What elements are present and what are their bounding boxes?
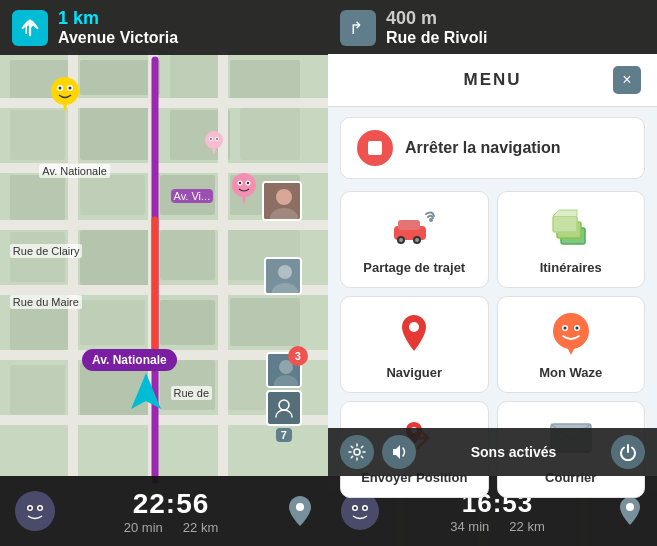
stop-navigation-button[interactable]: Arrêter la navigation bbox=[340, 117, 645, 179]
svg-rect-1 bbox=[10, 60, 70, 100]
eta-time-left: 22:56 bbox=[133, 488, 210, 520]
svg-point-88 bbox=[553, 313, 589, 349]
nav-street-right: Rue de Rivoli bbox=[386, 29, 487, 47]
sons-actives-label: Sons activés bbox=[424, 444, 603, 460]
svg-point-101 bbox=[364, 507, 367, 510]
svg-rect-26 bbox=[0, 163, 328, 173]
menu-status-bar: Sons activés bbox=[328, 428, 657, 476]
stop-square-icon bbox=[368, 141, 382, 155]
svg-rect-12 bbox=[230, 175, 300, 215]
right-panel: ↱ 400 m Rue de Rivoli MENU × Arrêter la … bbox=[328, 0, 657, 546]
svg-rect-8 bbox=[240, 108, 300, 160]
menu-item-partage[interactable]: Partage de trajet bbox=[340, 191, 489, 288]
svg-rect-16 bbox=[225, 230, 300, 280]
svg-marker-93 bbox=[567, 347, 575, 355]
svg-point-96 bbox=[354, 449, 360, 455]
svg-point-68 bbox=[39, 507, 42, 510]
svg-rect-4 bbox=[230, 60, 300, 100]
nav-distance-right: 400 m bbox=[386, 8, 487, 29]
menu-item-label-itineraires: Itinéraires bbox=[540, 260, 602, 275]
nav-street-left: Avenue Victoria bbox=[58, 29, 178, 47]
svg-point-69 bbox=[296, 503, 304, 511]
svg-point-67 bbox=[29, 507, 32, 510]
svg-rect-14 bbox=[80, 230, 150, 285]
svg-rect-9 bbox=[10, 175, 65, 220]
map-nav-icon bbox=[390, 309, 438, 357]
stop-nav-label: Arrêter la navigation bbox=[405, 139, 561, 157]
svg-text:↱: ↱ bbox=[22, 18, 36, 36]
eta-distance-left: 22 km bbox=[183, 520, 218, 535]
eta-duration-right: 34 min bbox=[450, 519, 489, 534]
svg-point-83 bbox=[429, 218, 433, 222]
svg-point-80 bbox=[399, 238, 403, 242]
location-pin-left[interactable] bbox=[280, 491, 320, 531]
svg-rect-29 bbox=[0, 350, 328, 360]
settings-button[interactable] bbox=[340, 435, 374, 469]
nav-arrow-right-icon: ↱ bbox=[340, 10, 376, 46]
svg-rect-25 bbox=[0, 98, 328, 108]
power-button[interactable] bbox=[611, 435, 645, 469]
waze-avatar-left bbox=[10, 486, 60, 536]
eta-details-left: 20 min 22 km bbox=[124, 520, 218, 535]
close-icon: × bbox=[622, 71, 631, 89]
svg-rect-23 bbox=[160, 360, 215, 410]
svg-rect-30 bbox=[0, 415, 328, 425]
svg-rect-27 bbox=[0, 220, 328, 230]
bottom-bar-left: 22:56 20 min 22 km bbox=[0, 476, 328, 546]
eta-section-left: 22:56 20 min 22 km bbox=[70, 488, 272, 535]
map-layers-icon bbox=[547, 204, 595, 252]
menu-item-label-naviguer: Naviguer bbox=[386, 365, 442, 380]
svg-rect-86 bbox=[553, 216, 577, 232]
svg-rect-33 bbox=[218, 50, 228, 480]
sound-button[interactable] bbox=[382, 435, 416, 469]
svg-rect-5 bbox=[10, 110, 65, 160]
svg-rect-21 bbox=[10, 365, 65, 415]
eta-distance-right: 22 km bbox=[509, 519, 544, 534]
nav-bar-right: ↱ 400 m Rue de Rivoli bbox=[328, 0, 657, 55]
eta-duration-left: 20 min bbox=[124, 520, 163, 535]
nav-distance-left: 1 km bbox=[58, 8, 178, 29]
svg-point-91 bbox=[563, 327, 566, 330]
nav-info-left: 1 km Avenue Victoria bbox=[58, 8, 178, 47]
svg-point-64 bbox=[15, 491, 55, 531]
svg-rect-6 bbox=[80, 105, 150, 160]
svg-rect-78 bbox=[398, 220, 420, 230]
svg-rect-31 bbox=[68, 50, 78, 480]
svg-text:↱: ↱ bbox=[349, 19, 363, 38]
waze-logo-icon bbox=[547, 309, 595, 357]
svg-rect-13 bbox=[10, 232, 65, 282]
svg-point-102 bbox=[626, 503, 634, 511]
left-map-panel: ↱ 1 km Avenue Victoria Av. Nationale Rue… bbox=[0, 0, 328, 546]
svg-rect-19 bbox=[160, 300, 215, 345]
car-share-icon bbox=[390, 204, 438, 252]
svg-rect-28 bbox=[0, 285, 328, 295]
svg-rect-20 bbox=[230, 298, 300, 346]
svg-rect-15 bbox=[160, 230, 215, 280]
menu-overlay: MENU × Arrêter la navigation bbox=[328, 54, 657, 476]
svg-point-100 bbox=[354, 507, 357, 510]
svg-rect-17 bbox=[10, 300, 70, 350]
eta-details-right: 34 min 22 km bbox=[450, 519, 544, 534]
menu-title: MENU bbox=[372, 70, 613, 90]
svg-rect-18 bbox=[80, 300, 145, 345]
menu-header: MENU × bbox=[328, 54, 657, 107]
svg-rect-3 bbox=[170, 55, 220, 100]
menu-close-button[interactable]: × bbox=[613, 66, 641, 94]
menu-item-naviguer[interactable]: Naviguer bbox=[340, 296, 489, 393]
menu-item-mon-waze[interactable]: Mon Waze bbox=[497, 296, 646, 393]
svg-rect-10 bbox=[80, 175, 145, 215]
svg-point-87 bbox=[409, 322, 419, 332]
nav-arrow-left-icon: ↱ bbox=[12, 10, 48, 46]
svg-rect-22 bbox=[80, 363, 150, 418]
svg-rect-24 bbox=[228, 360, 300, 410]
nav-bar-left: ↱ 1 km Avenue Victoria bbox=[0, 0, 328, 55]
svg-point-82 bbox=[415, 238, 419, 242]
menu-item-itineraires[interactable]: Itinéraires bbox=[497, 191, 646, 288]
nav-info-right: 400 m Rue de Rivoli bbox=[386, 8, 487, 47]
svg-rect-11 bbox=[160, 175, 215, 215]
menu-item-label-partage: Partage de trajet bbox=[363, 260, 465, 275]
stop-icon bbox=[357, 130, 393, 166]
menu-item-label-mon-waze: Mon Waze bbox=[539, 365, 602, 380]
svg-point-92 bbox=[575, 327, 578, 330]
